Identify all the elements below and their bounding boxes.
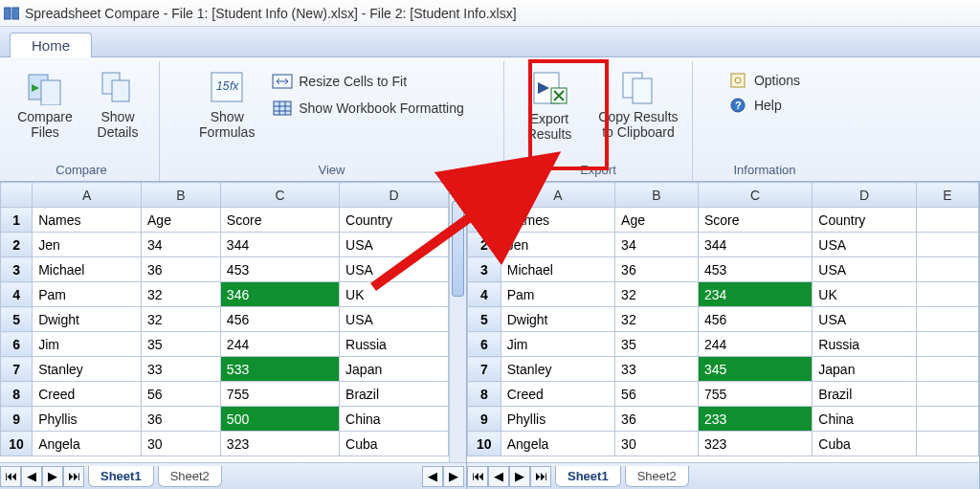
cell[interactable]: Cuba	[813, 432, 917, 456]
scrollbar-vertical[interactable]	[449, 182, 466, 462]
sheet-nav-next[interactable]: ▶	[42, 466, 63, 487]
row-header[interactable]: 10	[1, 432, 33, 456]
cell[interactable]	[916, 382, 978, 407]
cell[interactable]: Cuba	[340, 432, 449, 456]
cell[interactable]: 456	[698, 307, 812, 332]
cell[interactable]: Dwight	[33, 307, 142, 332]
col-header[interactable]: E	[916, 183, 978, 208]
cell[interactable]: Russia	[813, 332, 917, 357]
cell[interactable]: 234	[698, 282, 812, 307]
cell[interactable]: Creed	[501, 382, 614, 407]
cell[interactable]: 56	[615, 382, 699, 407]
show-details-button[interactable]: Show Details	[84, 63, 151, 145]
col-header[interactable]: C	[220, 183, 339, 208]
cell[interactable]: Stanley	[501, 357, 614, 382]
cell[interactable]: Dwight	[501, 307, 614, 332]
cell[interactable]: 34	[615, 233, 699, 257]
cell[interactable]: 453	[220, 257, 339, 282]
hscroll-right[interactable]: ▶	[443, 466, 464, 487]
cell[interactable]	[916, 432, 978, 456]
cell[interactable]: Japan	[813, 357, 917, 382]
cell[interactable]: 533	[220, 357, 339, 382]
cell[interactable]	[916, 233, 978, 257]
sheet-tab-1[interactable]: Sheet1	[555, 466, 621, 487]
options-button[interactable]: Options	[724, 69, 806, 92]
cell[interactable]: 323	[698, 432, 812, 456]
cell[interactable]: 344	[698, 233, 812, 257]
cell[interactable]: 323	[220, 432, 339, 456]
col-header[interactable]: B	[615, 183, 699, 208]
copy-results-button[interactable]: Copy Results to Clipboard	[592, 63, 684, 145]
cell[interactable]: China	[813, 407, 917, 432]
row-header[interactable]: 5	[1, 307, 33, 332]
cell[interactable]: Country	[813, 208, 917, 233]
cell[interactable]: Russia	[340, 332, 449, 357]
cell[interactable]: Jim	[501, 332, 614, 357]
row-header[interactable]: 7	[1, 357, 33, 382]
hscroll-left[interactable]: ◀	[422, 466, 443, 487]
tab-home[interactable]: Home	[10, 33, 92, 57]
cell[interactable]: Phyllis	[33, 407, 142, 432]
cell[interactable]: 30	[615, 432, 699, 456]
cell[interactable]: Pam	[501, 282, 614, 307]
cell[interactable]: Jim	[33, 332, 142, 357]
scroll-thumb[interactable]	[452, 201, 464, 297]
cell[interactable]: 755	[698, 382, 812, 407]
cell[interactable]: 244	[698, 332, 812, 357]
cell[interactable]: 35	[615, 332, 699, 357]
cell[interactable]: 345	[698, 357, 812, 382]
cell[interactable]: Stanley	[33, 357, 142, 382]
cell[interactable]: USA	[340, 233, 449, 257]
resize-cells-button[interactable]: Resize Cells to Fit	[266, 69, 469, 94]
cell[interactable]: 33	[142, 357, 221, 382]
cell[interactable]: 456	[220, 307, 339, 332]
col-header[interactable]: B	[142, 183, 221, 208]
row-header[interactable]: 4	[468, 282, 501, 307]
export-results-button[interactable]: Export Results	[512, 63, 587, 147]
compare-files-button[interactable]: Compare Files	[11, 63, 78, 145]
row-header[interactable]: 7	[468, 357, 501, 382]
cell[interactable]: 30	[142, 432, 221, 456]
sheet-nav-prev[interactable]: ◀	[21, 466, 42, 487]
cell[interactable]: 32	[142, 307, 221, 332]
cell[interactable]: USA	[340, 257, 449, 282]
grid-file2[interactable]: ABCDE1NamesAgeScoreCountry2Jen34344USA3M…	[467, 182, 979, 456]
col-header[interactable]: C	[698, 183, 812, 208]
row-header[interactable]: 2	[1, 233, 33, 257]
cell[interactable]	[916, 332, 978, 357]
cell[interactable]: 500	[220, 407, 339, 432]
row-header[interactable]: 9	[1, 407, 33, 432]
cell[interactable]: 36	[142, 407, 221, 432]
sheet-nav-next[interactable]: ▶	[509, 466, 530, 487]
row-header[interactable]: 8	[1, 382, 33, 407]
sheet-tab-1[interactable]: Sheet1	[88, 466, 154, 487]
row-header[interactable]: 9	[468, 407, 501, 432]
corner-cell[interactable]	[1, 183, 33, 208]
cell[interactable]: Age	[615, 208, 699, 233]
cell[interactable]: UK	[813, 282, 917, 307]
cell[interactable]: 233	[698, 407, 812, 432]
row-header[interactable]: 4	[1, 282, 33, 307]
cell[interactable]	[916, 282, 978, 307]
cell[interactable]: Brazil	[813, 382, 917, 407]
sheet-nav-first[interactable]: ⏮	[467, 466, 488, 487]
cell[interactable]: 755	[220, 382, 339, 407]
row-header[interactable]: 2	[468, 233, 501, 257]
cell[interactable]: Brazil	[340, 382, 449, 407]
cell[interactable]: 32	[615, 307, 699, 332]
sheet-nav-last[interactable]: ⏭	[63, 466, 84, 487]
cell[interactable]	[916, 257, 978, 282]
row-header[interactable]: 6	[468, 332, 501, 357]
row-header[interactable]: 1	[1, 208, 33, 233]
sheet-nav-last[interactable]: ⏭	[530, 466, 551, 487]
cell[interactable]: Age	[142, 208, 221, 233]
cell[interactable]: 32	[615, 282, 699, 307]
show-formulas-button[interactable]: 15fx Show Formulas	[193, 63, 260, 145]
cell[interactable]: Japan	[340, 357, 449, 382]
cell[interactable]: USA	[813, 307, 917, 332]
cell[interactable]: 32	[142, 282, 221, 307]
row-header[interactable]: 10	[468, 432, 501, 456]
cell[interactable]: 346	[220, 282, 339, 307]
cell[interactable]: 33	[615, 357, 699, 382]
cell[interactable]: Jen	[33, 233, 142, 257]
